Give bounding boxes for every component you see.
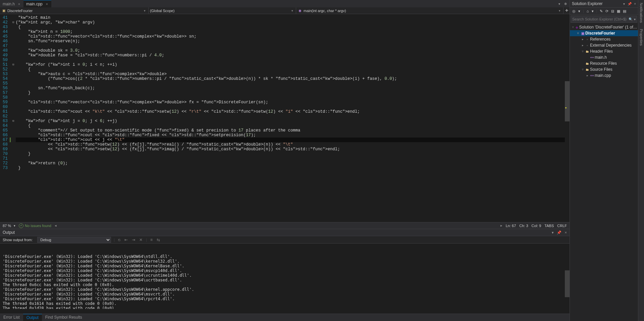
output-content[interactable]: 'DiscreteFourier.exe' (Win32): Loaded 'C…: [0, 244, 570, 309]
tab-gear-icon[interactable]: ✻: [563, 1, 568, 6]
expand-icon[interactable]: ▸: [585, 74, 589, 77]
pending-changes-icon[interactable]: ✎: [599, 8, 604, 14]
expand-icon[interactable]: ▸: [581, 38, 585, 41]
switch-view-icon[interactable]: ▾: [591, 8, 595, 14]
solution-explorer-search[interactable]: 🔍 ▾: [571, 15, 637, 23]
fwd-icon[interactable]: ▾: [577, 8, 581, 14]
close-icon[interactable]: ×: [17, 2, 21, 6]
nav-next-icon[interactable]: ▸: [500, 223, 502, 228]
tree-label: Header Files: [590, 49, 613, 54]
collapse-icon[interactable]: ⊟: [610, 8, 615, 14]
code-content[interactable]: "kw">int main("kw">int argc, "kw">char* …: [16, 14, 570, 172]
output-title: Output: [3, 230, 15, 235]
fold-gutter: ⊟⊟⊟: [11, 14, 16, 172]
ref-icon: ▫: [585, 44, 590, 47]
tree-node[interactable]: ▿🖿Source Files: [570, 66, 638, 72]
tab-overflow-icon[interactable]: ▾: [557, 1, 561, 6]
home-icon[interactable]: ⌂: [586, 8, 590, 14]
code-editor[interactable]: 4142434445464748495051525354555657585960…: [0, 14, 570, 222]
scrollbar-thumb[interactable]: [565, 81, 570, 121]
search-input[interactable]: [572, 17, 627, 21]
search-icon[interactable]: 🔍: [629, 17, 633, 21]
col-indicator[interactable]: Col: 9: [532, 224, 541, 228]
wrap-icon[interactable]: ≡: [150, 237, 153, 243]
line-ending-indicator[interactable]: CRLF: [557, 224, 567, 228]
toggle-icon[interactable]: ⇆: [156, 237, 161, 243]
tree-node[interactable]: ▿🖿Header Files: [570, 48, 638, 54]
bottom-tab-bar: Error List Output Find Symbol Results: [0, 314, 570, 321]
tree-node[interactable]: ▸++main.cpp: [570, 72, 638, 78]
tree-node[interactable]: ▸▫External Dependencies: [570, 42, 638, 48]
tree-label: main.cpp: [595, 73, 611, 78]
pin-icon[interactable]: 📌: [628, 2, 632, 6]
proj-icon: ▣: [580, 32, 585, 35]
tree-node[interactable]: 🖿Resource Files: [570, 60, 638, 66]
line-indicator[interactable]: Ln: 67: [506, 224, 516, 228]
output-vertical-scrollbar[interactable]: [565, 244, 570, 309]
dropdown-icon[interactable]: ▾: [552, 230, 554, 234]
folder-icon: 🖿: [585, 68, 590, 71]
chevron-down-icon: ▾: [144, 9, 147, 12]
notifications-tab[interactable]: Notifications: [639, 1, 643, 24]
pin-icon[interactable]: 📌: [557, 230, 561, 234]
close-icon[interactable]: ×: [45, 2, 49, 6]
sync-icon[interactable]: ⟳: [604, 8, 609, 14]
nav-prev-icon[interactable]: ◂: [55, 223, 57, 228]
issues-status[interactable]: No issues found: [19, 223, 51, 228]
expand-icon[interactable]: ▿: [576, 32, 580, 35]
tab-error-list[interactable]: Error List: [0, 314, 23, 321]
scroll-marker: [565, 107, 567, 108]
expand-icon[interactable]: ▿: [571, 25, 575, 29]
right-sidebar: Notifications Properties: [638, 0, 644, 321]
output-source-select[interactable]: Debug: [37, 237, 111, 243]
tree-label: Solution 'DiscreteFourier' (1 of 1 proj…: [579, 25, 638, 30]
output-horizontal-scrollbar[interactable]: [0, 309, 570, 314]
breadcrumb-label: (Global Scope): [150, 9, 174, 13]
dropdown-icon[interactable]: ▾: [623, 2, 625, 6]
scrollbar-thumb[interactable]: [565, 270, 570, 297]
tab-label: main.cpp: [26, 2, 43, 6]
output-source-label: Show output from:: [3, 238, 33, 242]
tab-output[interactable]: Output: [23, 314, 42, 321]
tree-label: main.h: [595, 55, 607, 60]
expand-icon[interactable]: ▸: [581, 44, 585, 47]
tab-main-cpp[interactable]: main.cpp ×: [23, 0, 51, 7]
search-dropdown-icon[interactable]: ▾: [634, 17, 636, 21]
breadcrumb-scope[interactable]: (Global Scope) ▾: [149, 7, 296, 14]
editor-status-bar: 87 %▾ No issues found ◂ ▸ Ln: 67 Ch: 3 C…: [0, 222, 570, 229]
clear-icon[interactable]: ✕: [139, 237, 143, 243]
find-icon[interactable]: ⎋: [117, 237, 121, 243]
tree-label: DiscreteFourier: [585, 31, 615, 36]
next-icon[interactable]: ⇥: [131, 237, 136, 243]
char-indicator[interactable]: Ch: 3: [519, 224, 528, 228]
breadcrumb-project[interactable]: ▣ DiscreteFourier ▾: [0, 7, 149, 14]
function-icon: ◉: [298, 9, 302, 13]
close-icon[interactable]: ×: [565, 230, 567, 234]
tree-node[interactable]: ▿◆Solution 'DiscreteFourier' (1 of 1 pro…: [570, 24, 638, 30]
breadcrumb-function[interactable]: ◉ main(int argc, char * argv) ▾: [296, 7, 564, 14]
solution-tree[interactable]: ▿◆Solution 'DiscreteFourier' (1 of 1 pro…: [570, 23, 638, 321]
properties-icon[interactable]: ▤: [622, 8, 627, 14]
folder-icon: 🖿: [585, 62, 590, 65]
tree-label: Resource Files: [590, 61, 617, 66]
tree-node[interactable]: ▿▣DiscreteFourier: [570, 30, 638, 36]
vertical-scrollbar[interactable]: [565, 14, 570, 222]
tree-label: References: [590, 37, 610, 42]
show-all-icon[interactable]: ▦: [616, 8, 621, 14]
close-icon[interactable]: ×: [634, 2, 636, 6]
expand-icon[interactable]: ▿: [581, 68, 585, 71]
tab-find-symbol-results[interactable]: Find Symbol Results: [42, 314, 86, 321]
zoom-level[interactable]: 87 %▾: [3, 224, 15, 228]
tree-node[interactable]: ▸▫References: [570, 36, 638, 42]
output-panel-header: Output ▾ 📌 ×: [0, 229, 570, 236]
tree-node[interactable]: ++main.h: [570, 54, 638, 60]
tab-main-h[interactable]: main.h ×: [0, 0, 23, 7]
properties-tab[interactable]: Properties: [639, 28, 643, 47]
expand-icon[interactable]: ▿: [581, 50, 585, 53]
solution-explorer-toolbar: ◎ ▾ | ⌂ ▾ | ✎ ⟳ ⊟ ▦ ▤: [570, 7, 638, 15]
back-icon[interactable]: ◎: [571, 8, 577, 14]
prev-icon[interactable]: ⇤: [124, 237, 128, 243]
solution-explorer: Solution Explorer ▾ 📌 × ◎ ▾ | ⌂ ▾ | ✎ ⟳ …: [570, 0, 638, 321]
split-editor-icon[interactable]: ✚: [564, 8, 570, 13]
indent-indicator[interactable]: TABS: [544, 224, 554, 228]
